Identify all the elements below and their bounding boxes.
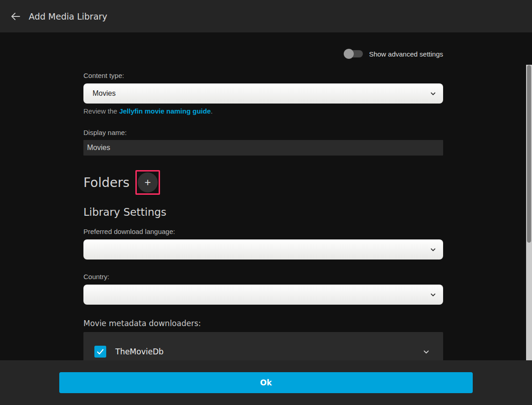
add-folder-button[interactable]: + bbox=[138, 172, 158, 192]
helper-suffix: . bbox=[211, 107, 212, 115]
helper-prefix: Review the bbox=[83, 107, 119, 115]
chevron-down-icon bbox=[429, 291, 437, 298]
preferred-language-select[interactable] bbox=[83, 239, 443, 260]
content-type-label: Content type: bbox=[83, 72, 443, 79]
chevron-down-icon bbox=[429, 90, 437, 97]
naming-guide-helper: Review the Jellyfin movie naming guide. bbox=[83, 107, 443, 115]
settings-form: Show advanced settings Content type: Mov… bbox=[0, 32, 532, 360]
chevron-down-icon bbox=[429, 246, 437, 253]
naming-guide-link[interactable]: Jellyfin movie naming guide bbox=[119, 107, 211, 115]
country-select[interactable] bbox=[83, 285, 443, 305]
display-name-label: Display name: bbox=[83, 129, 443, 136]
folders-heading: Folders bbox=[83, 175, 129, 190]
page-title: Add Media Library bbox=[29, 11, 107, 21]
show-advanced-settings-label: Show advanced settings bbox=[369, 50, 443, 58]
show-advanced-settings-toggle[interactable] bbox=[344, 48, 363, 59]
downloader-row-themoviedb: TheMovieDb bbox=[94, 346, 430, 358]
scrollbar-thumb[interactable] bbox=[527, 65, 531, 243]
advanced-settings-row: Show advanced settings bbox=[83, 48, 443, 59]
folders-section-header: Folders + bbox=[83, 170, 443, 195]
content-type-value: Movies bbox=[93, 89, 116, 98]
focus-ring: + bbox=[135, 170, 160, 195]
plus-icon: + bbox=[145, 177, 151, 188]
display-name-input[interactable] bbox=[83, 140, 443, 156]
downloader-name: TheMovieDb bbox=[115, 347, 422, 356]
preferred-language-label: Preferred download language: bbox=[83, 228, 443, 235]
metadata-downloaders-label: Movie metadata downloaders: bbox=[83, 319, 443, 328]
metadata-downloader-card: TheMovieDb bbox=[83, 332, 443, 362]
vertical-scrollbar[interactable] bbox=[526, 65, 532, 393]
app-header: Add Media Library bbox=[0, 0, 532, 32]
chevron-down-icon[interactable] bbox=[422, 348, 430, 356]
content-type-select[interactable]: Movies bbox=[83, 83, 443, 104]
ok-button[interactable]: Ok bbox=[59, 372, 473, 393]
themoviedb-checkbox[interactable] bbox=[94, 346, 106, 358]
footer-bar: Ok bbox=[0, 360, 532, 405]
library-settings-heading: Library Settings bbox=[83, 206, 443, 218]
check-icon bbox=[96, 348, 104, 356]
country-label: Country: bbox=[83, 273, 443, 280]
back-arrow-icon[interactable] bbox=[10, 10, 21, 22]
